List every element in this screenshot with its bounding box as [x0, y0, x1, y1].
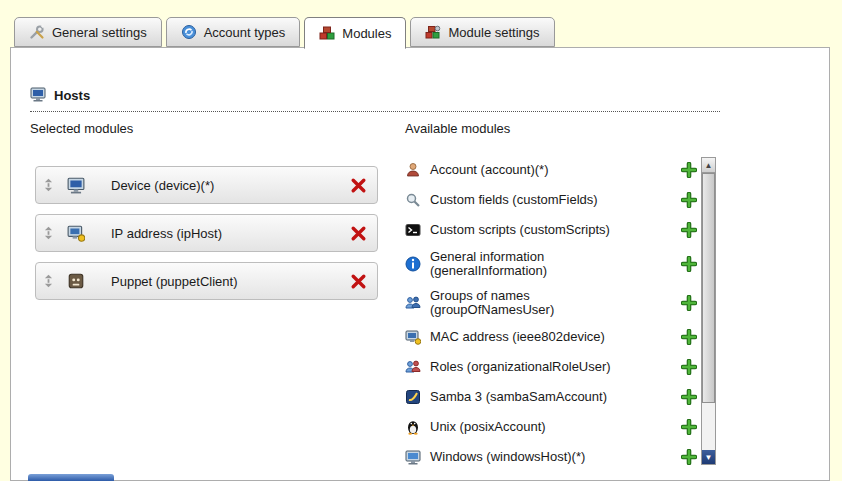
roles-group-icon [405, 359, 421, 375]
green-plus-icon[interactable] [681, 162, 697, 178]
green-plus-icon[interactable] [681, 256, 697, 272]
device-monitor-icon [67, 176, 85, 194]
terminal-icon [405, 222, 421, 238]
selected-module-row[interactable]: Puppet (puppetClient) [35, 262, 378, 300]
drag-handle-icon[interactable] [44, 274, 53, 288]
tab-label: General settings [52, 25, 147, 40]
module-config-page: General settings Account types Modules [0, 0, 842, 481]
tab-module-settings[interactable]: Module settings [410, 17, 554, 47]
green-plus-icon[interactable] [681, 295, 697, 311]
tab-general-settings[interactable]: General settings [14, 17, 162, 47]
green-plus-icon[interactable] [681, 419, 697, 435]
magnifier-icon [405, 192, 421, 208]
available-module-row: Windows (windowsHost)(*) [405, 447, 697, 467]
available-module-row: Custom scripts (customScripts) [405, 220, 697, 240]
penguin-icon [405, 419, 421, 435]
ip-host-icon [67, 224, 85, 242]
available-module-label: General information (generalInformation) [430, 250, 655, 279]
tab-modules[interactable]: Modules [304, 17, 406, 49]
available-modules-list: Account (account)(*) Custom fields (cust… [405, 160, 697, 470]
green-plus-icon[interactable] [681, 329, 697, 345]
section-title: Hosts [54, 88, 90, 103]
red-x-icon[interactable] [350, 273, 367, 290]
drag-handle-icon[interactable] [44, 178, 53, 192]
available-module-row: Roles (organizationalRoleUser) [405, 357, 697, 377]
tab-label: Module settings [448, 25, 539, 40]
available-module-label: Custom fields (customFields) [430, 193, 655, 207]
available-module-row: Account (account)(*) [405, 160, 697, 180]
available-module-row: Groups of names (groupOfNamesUser) [405, 289, 697, 318]
tab-bar: General settings Account types Modules [14, 17, 555, 48]
available-module-label: Samba 3 (sambaSamAccount) [430, 390, 655, 404]
blocks-settings-icon [425, 24, 441, 40]
green-plus-icon[interactable] [681, 192, 697, 208]
tab-label: Account types [204, 25, 286, 40]
info-icon [405, 256, 421, 272]
selected-modules-heading: Selected modules [30, 121, 133, 136]
available-module-label: Roles (organizationalRoleUser) [430, 360, 655, 374]
available-module-label: Windows (windowsHost)(*) [430, 450, 655, 464]
selected-module-label: Device (device)(*) [111, 178, 214, 193]
available-module-label: Unix (posixAccount) [430, 420, 655, 434]
available-module-label: MAC address (ieee802device) [430, 330, 655, 344]
puppet-icon [67, 272, 85, 290]
available-module-row: MAC address (ieee802device) [405, 327, 697, 347]
available-module-row: Custom fields (customFields) [405, 190, 697, 210]
blocks-icon [319, 25, 335, 41]
group-icon [405, 295, 421, 311]
bottom-partial-button[interactable] [28, 474, 114, 481]
scroll-up-arrow-icon[interactable]: ▲ [702, 158, 715, 173]
green-plus-icon[interactable] [681, 389, 697, 405]
available-module-row: Samba 3 (sambaSamAccount) [405, 387, 697, 407]
selected-module-label: IP address (ipHost) [111, 226, 222, 241]
person-icon [405, 162, 421, 178]
tools-icon [29, 24, 45, 40]
tab-label: Modules [342, 26, 391, 41]
scrollbar-thumb[interactable] [702, 173, 715, 403]
scroll-down-arrow-icon[interactable]: ▼ [702, 450, 715, 464]
network-computer-icon [405, 329, 421, 345]
green-plus-icon[interactable] [681, 222, 697, 238]
green-plus-icon[interactable] [681, 359, 697, 375]
available-module-label: Custom scripts (customScripts) [430, 223, 655, 237]
drag-handle-icon[interactable] [44, 226, 53, 240]
available-modules-heading: Available modules [405, 121, 510, 136]
selected-module-row[interactable]: Device (device)(*) [35, 166, 378, 204]
hosts-section-heading: Hosts [30, 86, 720, 112]
available-module-row: Unix (posixAccount) [405, 417, 697, 437]
red-x-icon[interactable] [350, 177, 367, 194]
refresh-gear-icon [181, 24, 197, 40]
tab-account-types[interactable]: Account types [166, 17, 301, 47]
red-x-icon[interactable] [350, 225, 367, 242]
available-modules-scrollbar[interactable]: ▲ ▼ [701, 157, 716, 465]
green-plus-icon[interactable] [681, 449, 697, 465]
monitor-icon [30, 86, 46, 105]
available-module-label: Account (account)(*) [430, 163, 655, 177]
available-module-label: Groups of names (groupOfNamesUser) [430, 289, 655, 318]
selected-module-row[interactable]: IP address (ipHost) [35, 214, 378, 252]
windows-monitor-icon [405, 449, 421, 465]
available-module-row: General information (generalInformation) [405, 250, 697, 279]
selected-module-label: Puppet (puppetClient) [111, 274, 237, 289]
samba-icon [405, 389, 421, 405]
